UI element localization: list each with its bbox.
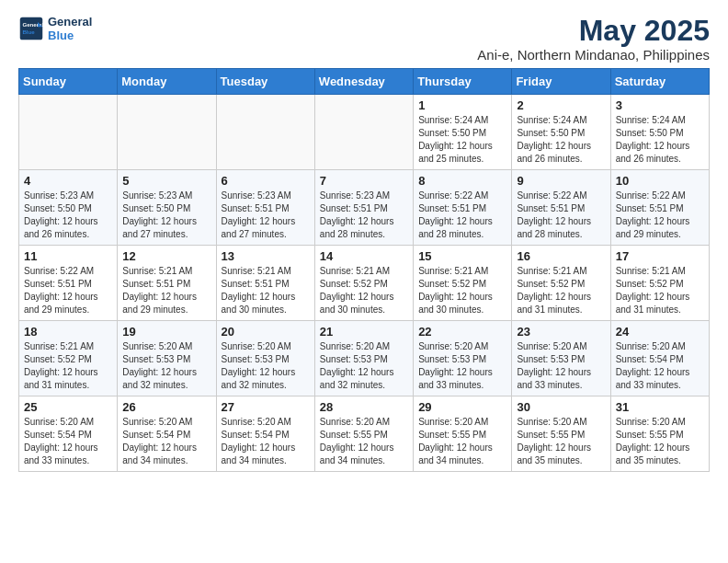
day-info: Sunrise: 5:20 AM Sunset: 5:53 PM Dayligh…: [122, 340, 210, 392]
calendar-cell: 17Sunrise: 5:21 AM Sunset: 5:52 PM Dayli…: [610, 246, 709, 321]
day-info: Sunrise: 5:21 AM Sunset: 5:52 PM Dayligh…: [320, 265, 408, 316]
day-number: 10: [616, 174, 704, 188]
day-number: 27: [222, 400, 310, 414]
page-header: General Blue General Blue May 2025 Ani-e…: [18, 15, 710, 63]
calendar-cell: 18Sunrise: 5:21 AM Sunset: 5:52 PM Dayli…: [19, 321, 118, 396]
calendar-cell: 25Sunrise: 5:20 AM Sunset: 5:54 PM Dayli…: [19, 396, 118, 472]
day-info: Sunrise: 5:20 AM Sunset: 5:54 PM Dayligh…: [616, 340, 704, 392]
day-info: Sunrise: 5:20 AM Sunset: 5:54 PM Dayligh…: [24, 416, 112, 467]
day-info: Sunrise: 5:21 AM Sunset: 5:52 PM Dayligh…: [24, 340, 112, 392]
day-number: 29: [418, 400, 506, 414]
day-info: Sunrise: 5:23 AM Sunset: 5:51 PM Dayligh…: [222, 190, 310, 241]
day-number: 2: [517, 98, 605, 112]
calendar-cell: 28Sunrise: 5:20 AM Sunset: 5:55 PM Dayli…: [314, 396, 413, 472]
day-number: 15: [418, 249, 506, 263]
day-info: Sunrise: 5:21 AM Sunset: 5:51 PM Dayligh…: [122, 265, 210, 316]
calendar-cell: [216, 95, 314, 170]
calendar-cell: 27Sunrise: 5:20 AM Sunset: 5:54 PM Dayli…: [216, 396, 314, 472]
day-info: Sunrise: 5:21 AM Sunset: 5:52 PM Dayligh…: [418, 265, 506, 316]
day-number: 28: [320, 400, 408, 414]
day-number: 4: [24, 174, 112, 188]
day-number: 22: [418, 325, 506, 339]
week-row: 4Sunrise: 5:23 AM Sunset: 5:50 PM Daylig…: [19, 170, 710, 246]
day-number: 18: [24, 325, 112, 339]
day-number: 30: [517, 400, 605, 414]
svg-text:Blue: Blue: [22, 29, 35, 35]
calendar-cell: 12Sunrise: 5:21 AM Sunset: 5:51 PM Dayli…: [118, 246, 216, 321]
day-header-saturday: Saturday: [610, 69, 709, 95]
day-info: Sunrise: 5:24 AM Sunset: 5:50 PM Dayligh…: [418, 114, 506, 166]
page-title: May 2025: [477, 15, 710, 47]
day-number: 9: [517, 174, 605, 188]
day-number: 16: [517, 249, 605, 263]
logo-icon: General Blue: [18, 16, 44, 41]
day-info: Sunrise: 5:20 AM Sunset: 5:55 PM Dayligh…: [320, 416, 408, 467]
page-subtitle: Ani-e, Northern Mindanao, Philippines: [477, 47, 710, 63]
day-info: Sunrise: 5:21 AM Sunset: 5:52 PM Dayligh…: [616, 265, 704, 316]
day-info: Sunrise: 5:20 AM Sunset: 5:53 PM Dayligh…: [320, 340, 408, 392]
day-info: Sunrise: 5:22 AM Sunset: 5:51 PM Dayligh…: [616, 190, 704, 241]
day-info: Sunrise: 5:20 AM Sunset: 5:53 PM Dayligh…: [418, 340, 506, 392]
calendar-cell: 29Sunrise: 5:20 AM Sunset: 5:55 PM Dayli…: [414, 396, 512, 472]
calendar-cell: 24Sunrise: 5:20 AM Sunset: 5:54 PM Dayli…: [610, 321, 709, 396]
day-info: Sunrise: 5:20 AM Sunset: 5:53 PM Dayligh…: [517, 340, 605, 392]
calendar-cell: 8Sunrise: 5:22 AM Sunset: 5:51 PM Daylig…: [414, 170, 512, 246]
calendar-cell: [118, 95, 216, 170]
calendar-cell: 21Sunrise: 5:20 AM Sunset: 5:53 PM Dayli…: [314, 321, 413, 396]
calendar-cell: 14Sunrise: 5:21 AM Sunset: 5:52 PM Dayli…: [314, 246, 413, 321]
calendar-cell: 13Sunrise: 5:21 AM Sunset: 5:51 PM Dayli…: [216, 246, 314, 321]
calendar-cell: 16Sunrise: 5:21 AM Sunset: 5:52 PM Dayli…: [512, 246, 610, 321]
calendar-cell: 22Sunrise: 5:20 AM Sunset: 5:53 PM Dayli…: [414, 321, 512, 396]
day-number: 13: [222, 249, 310, 263]
calendar-cell: 2Sunrise: 5:24 AM Sunset: 5:50 PM Daylig…: [512, 95, 610, 170]
day-header-thursday: Thursday: [414, 69, 512, 95]
calendar-cell: 15Sunrise: 5:21 AM Sunset: 5:52 PM Dayli…: [414, 246, 512, 321]
day-header-friday: Friday: [512, 69, 610, 95]
calendar-cell: 26Sunrise: 5:20 AM Sunset: 5:54 PM Dayli…: [118, 396, 216, 472]
day-info: Sunrise: 5:23 AM Sunset: 5:50 PM Dayligh…: [122, 190, 210, 241]
calendar-cell: 10Sunrise: 5:22 AM Sunset: 5:51 PM Dayli…: [610, 170, 709, 246]
calendar-cell: 11Sunrise: 5:22 AM Sunset: 5:51 PM Dayli…: [19, 246, 118, 321]
calendar-cell: 19Sunrise: 5:20 AM Sunset: 5:53 PM Dayli…: [118, 321, 216, 396]
day-number: 31: [616, 400, 704, 414]
calendar-cell: 3Sunrise: 5:24 AM Sunset: 5:50 PM Daylig…: [610, 95, 709, 170]
day-number: 17: [616, 249, 704, 263]
day-number: 20: [222, 325, 310, 339]
logo-line1: General: [48, 15, 92, 29]
day-info: Sunrise: 5:20 AM Sunset: 5:54 PM Dayligh…: [222, 416, 310, 467]
day-number: 25: [24, 400, 112, 414]
calendar-table: SundayMondayTuesdayWednesdayThursdayFrid…: [18, 68, 710, 472]
day-number: 3: [616, 98, 704, 112]
day-number: 7: [320, 174, 408, 188]
calendar-cell: 23Sunrise: 5:20 AM Sunset: 5:53 PM Dayli…: [512, 321, 610, 396]
calendar-cell: 1Sunrise: 5:24 AM Sunset: 5:50 PM Daylig…: [414, 95, 512, 170]
day-number: 24: [616, 325, 704, 339]
day-number: 6: [222, 174, 310, 188]
day-header-monday: Monday: [118, 69, 216, 95]
calendar-cell: 9Sunrise: 5:22 AM Sunset: 5:51 PM Daylig…: [512, 170, 610, 246]
day-header-wednesday: Wednesday: [314, 69, 413, 95]
day-number: 14: [320, 249, 408, 263]
calendar-cell: 31Sunrise: 5:20 AM Sunset: 5:55 PM Dayli…: [610, 396, 709, 472]
day-info: Sunrise: 5:20 AM Sunset: 5:55 PM Dayligh…: [517, 416, 605, 467]
day-number: 26: [122, 400, 210, 414]
day-info: Sunrise: 5:22 AM Sunset: 5:51 PM Dayligh…: [24, 265, 112, 316]
day-info: Sunrise: 5:24 AM Sunset: 5:50 PM Dayligh…: [616, 114, 704, 166]
week-row: 11Sunrise: 5:22 AM Sunset: 5:51 PM Dayli…: [19, 246, 710, 321]
day-info: Sunrise: 5:20 AM Sunset: 5:54 PM Dayligh…: [122, 416, 210, 467]
day-info: Sunrise: 5:22 AM Sunset: 5:51 PM Dayligh…: [517, 190, 605, 241]
day-info: Sunrise: 5:20 AM Sunset: 5:53 PM Dayligh…: [222, 340, 310, 392]
calendar-cell: 20Sunrise: 5:20 AM Sunset: 5:53 PM Dayli…: [216, 321, 314, 396]
logo: General Blue General Blue: [18, 15, 92, 42]
day-info: Sunrise: 5:20 AM Sunset: 5:55 PM Dayligh…: [418, 416, 506, 467]
calendar-cell: 7Sunrise: 5:23 AM Sunset: 5:51 PM Daylig…: [314, 170, 413, 246]
day-header-tuesday: Tuesday: [216, 69, 314, 95]
day-info: Sunrise: 5:21 AM Sunset: 5:52 PM Dayligh…: [517, 265, 605, 316]
day-number: 1: [418, 98, 506, 112]
day-number: 23: [517, 325, 605, 339]
day-number: 11: [24, 249, 112, 263]
calendar-cell: 6Sunrise: 5:23 AM Sunset: 5:51 PM Daylig…: [216, 170, 314, 246]
day-number: 21: [320, 325, 408, 339]
logo-line2: Blue: [48, 29, 92, 42]
week-row: 18Sunrise: 5:21 AM Sunset: 5:52 PM Dayli…: [19, 321, 710, 396]
